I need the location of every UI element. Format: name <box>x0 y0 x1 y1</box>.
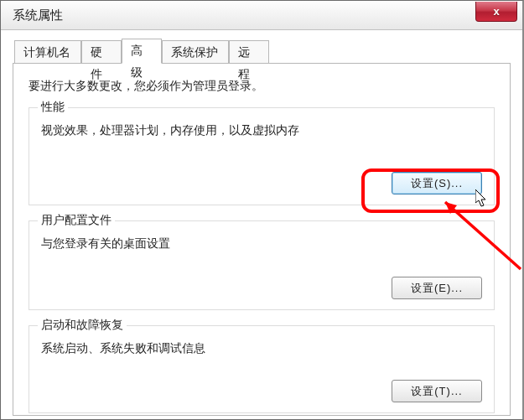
group-startup-recovery-desc: 系统启动、系统失败和调试信息 <box>41 341 482 356</box>
user-profiles-settings-button[interactable]: 设置(E)... <box>392 277 482 299</box>
tab-remote[interactable]: 远程 <box>229 40 269 64</box>
group-user-profiles-title: 用户配置文件 <box>38 213 115 228</box>
group-startup-recovery-title: 启动和故障恢复 <box>38 318 127 333</box>
window-title: 系统属性 <box>13 8 63 23</box>
tab-system-protection[interactable]: 系统保护 <box>162 40 229 64</box>
client-area: 计算机名 硬件 高级 系统保护 远程 要进行大多数更改，您必须作为管理员登录。 … <box>1 30 522 420</box>
performance-settings-button[interactable]: 设置(S)... <box>392 172 482 194</box>
group-performance-desc: 视觉效果，处理器计划，内存使用，以及虚拟内存 <box>41 123 482 138</box>
tab-advanced[interactable]: 高级 <box>122 39 162 64</box>
tab-computer-name[interactable]: 计算机名 <box>14 40 81 64</box>
tab-page-advanced: 要进行大多数更改，您必须作为管理员登录。 性能 视觉效果，处理器计划，内存使用，… <box>13 64 511 416</box>
group-performance: 性能 视觉效果，处理器计划，内存使用，以及虚拟内存 设置(S)... <box>29 107 495 205</box>
tab-row: 计算机名 硬件 高级 系统保护 远程 <box>13 39 511 64</box>
system-properties-window: 系统属性 x 计算机名 硬件 高级 系统保护 远程 要进行大多数更改，您必须作为… <box>0 0 524 420</box>
group-user-profiles-button-row: 设置(E)... <box>41 277 482 299</box>
tab-hardware[interactable]: 硬件 <box>81 40 122 64</box>
group-user-profiles-desc: 与您登录有关的桌面设置 <box>41 236 482 251</box>
close-icon: x <box>493 5 499 18</box>
group-performance-title: 性能 <box>38 100 68 115</box>
close-button[interactable]: x <box>475 2 517 22</box>
group-performance-button-row: 设置(S)... <box>41 172 482 194</box>
startup-recovery-settings-button[interactable]: 设置(T)... <box>392 380 482 402</box>
titlebar: 系统属性 x <box>1 1 522 30</box>
group-user-profiles: 用户配置文件 与您登录有关的桌面设置 设置(E)... <box>29 220 495 310</box>
group-startup-recovery-button-row: 设置(T)... <box>41 380 482 402</box>
group-startup-recovery: 启动和故障恢复 系统启动、系统失败和调试信息 设置(T)... <box>29 325 495 413</box>
